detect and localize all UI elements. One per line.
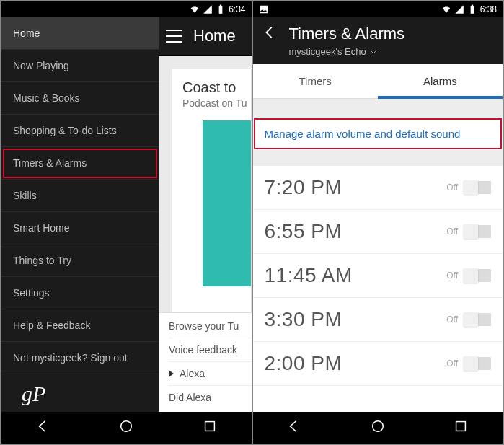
footer-voice: Voice feedback xyxy=(169,338,252,362)
alarm-state: Off xyxy=(446,358,458,369)
card-subtitle: Podcast on Tu xyxy=(182,97,251,109)
footer-voice-label: Voice feedback xyxy=(169,344,237,356)
sidebar-item-label: Help & Feedback xyxy=(13,320,90,331)
sidebar-item-skills[interactable]: Skills xyxy=(1,180,159,212)
manage-alarm-label: Manage alarm volume and default sound xyxy=(265,128,461,140)
alarm-time: 2:00 PM xyxy=(265,352,447,375)
svg-rect-6 xyxy=(471,5,472,6)
sidebar: Home Now Playing Music & Books Shopping … xyxy=(1,17,159,412)
phone-right: 6:38 Timers & Alarms mysticgeek's Echo T… xyxy=(253,1,503,444)
sidebar-item-timers-alarms[interactable]: Timers & Alarms xyxy=(1,147,159,180)
tabs: Timers Alarms xyxy=(253,64,503,99)
sidebar-item-shopping[interactable]: Shopping & To-do Lists xyxy=(1,115,159,147)
title-bar: Timers & Alarms mysticgeek's Echo xyxy=(253,17,503,64)
nav-back-icon[interactable] xyxy=(286,418,302,437)
alarm-row[interactable]: 7:20 PM Off xyxy=(253,166,503,210)
footer-alexa[interactable]: Alexa xyxy=(169,362,252,386)
phone-left: 6:34 Home Now Playing Music & Books Shop… xyxy=(1,1,252,444)
alarm-toggle[interactable] xyxy=(464,357,491,370)
device-name: mysticgeek's Echo xyxy=(289,46,366,57)
sidebar-item-label: Skills xyxy=(13,190,37,201)
alarm-state: Off xyxy=(446,182,458,193)
spacer xyxy=(253,150,503,166)
nav-bar xyxy=(253,412,503,444)
sidebar-item-music-books[interactable]: Music & Books xyxy=(1,82,159,115)
wifi-icon xyxy=(190,4,200,14)
svg-rect-3 xyxy=(205,422,214,431)
alarm-row[interactable]: 2:00 PM Off xyxy=(253,342,503,386)
sidebar-item-home[interactable]: Home xyxy=(1,17,159,50)
footer-did-alexa: Did Alexa xyxy=(169,386,252,409)
status-time: 6:38 xyxy=(480,4,497,14)
sidebar-item-settings[interactable]: Settings xyxy=(1,277,159,309)
tab-timers[interactable]: Timers xyxy=(253,64,378,98)
sidebar-item-label: Things to Try xyxy=(13,255,71,266)
header-title: Home xyxy=(193,27,236,45)
sidebar-item-now-playing[interactable]: Now Playing xyxy=(1,50,159,82)
footer-browse[interactable]: Browse your Tu xyxy=(169,320,252,338)
watermark-logo: gP xyxy=(22,382,45,406)
alarm-toggle[interactable] xyxy=(464,181,491,194)
svg-point-2 xyxy=(121,421,132,432)
notification-icon xyxy=(259,4,269,14)
svg-point-7 xyxy=(372,421,383,432)
alarm-state: Off xyxy=(446,226,458,237)
footer-did-label: Did Alexa xyxy=(169,392,211,403)
sidebar-item-signout[interactable]: Not mysticgeek? Sign out xyxy=(1,342,159,374)
svg-rect-0 xyxy=(219,6,223,13)
alarm-row[interactable]: 6:55 PM Off xyxy=(253,210,503,254)
alarm-time: 6:55 PM xyxy=(265,220,447,243)
play-icon xyxy=(169,370,174,377)
sidebar-item-label: Shopping & To-do Lists xyxy=(13,125,117,136)
sidebar-item-label: Now Playing xyxy=(13,60,69,71)
card-artwork xyxy=(203,120,251,286)
manage-alarm-link[interactable]: Manage alarm volume and default sound xyxy=(253,118,503,150)
spacer xyxy=(253,99,503,118)
status-time: 6:34 xyxy=(229,4,245,14)
content-peek: Home Coast to Podcast on Tu Browse your … xyxy=(159,17,252,412)
sidebar-item-label: Settings xyxy=(13,287,50,299)
content-card[interactable]: Coast to Podcast on Tu xyxy=(172,69,252,312)
alarm-toggle[interactable] xyxy=(464,225,491,238)
page-title: Timers & Alarms xyxy=(289,25,405,43)
alarm-row[interactable]: 3:30 PM Off xyxy=(253,298,503,342)
device-selector[interactable]: mysticgeek's Echo xyxy=(289,46,495,57)
sidebar-item-label: Not mysticgeek? Sign out xyxy=(13,352,128,364)
battery-icon xyxy=(467,4,477,14)
wifi-icon xyxy=(441,4,451,14)
nav-home-icon[interactable] xyxy=(370,418,386,437)
nav-back-icon[interactable] xyxy=(35,418,51,437)
alarm-time: 7:20 PM xyxy=(265,176,447,199)
sidebar-item-label: Music & Books xyxy=(13,92,80,104)
svg-rect-8 xyxy=(456,422,466,431)
sidebar-item-label: Timers & Alarms xyxy=(13,157,87,169)
sidebar-item-help[interactable]: Help & Feedback xyxy=(1,309,159,342)
alarm-toggle[interactable] xyxy=(464,269,491,282)
footer-alexa-label: Alexa xyxy=(180,368,205,379)
hamburger-icon[interactable] xyxy=(166,30,182,43)
sidebar-item-smart-home[interactable]: Smart Home xyxy=(1,212,159,244)
signal-icon xyxy=(203,4,213,14)
sidebar-item-things-to-try[interactable]: Things to Try xyxy=(1,244,159,277)
nav-home-icon[interactable] xyxy=(118,418,134,437)
nav-bar xyxy=(1,412,252,444)
card-title: Coast to xyxy=(182,79,251,96)
svg-rect-1 xyxy=(220,5,221,6)
tab-label: Alarms xyxy=(423,75,457,87)
content-footer: Browse your Tu Voice feedback Alexa Did … xyxy=(159,312,252,412)
alarm-time: 11:45 AM xyxy=(265,264,447,287)
tab-label: Timers xyxy=(299,75,331,87)
nav-recent-icon[interactable] xyxy=(453,418,469,437)
chevron-down-icon xyxy=(369,48,378,56)
status-bar: 6:34 xyxy=(1,1,252,17)
alarm-time: 3:30 PM xyxy=(265,308,447,331)
alarm-row[interactable]: 11:45 AM Off xyxy=(253,254,503,298)
back-icon[interactable] xyxy=(262,25,278,43)
app-header: Home xyxy=(159,17,252,56)
battery-icon xyxy=(216,4,226,14)
tab-alarms[interactable]: Alarms xyxy=(378,64,503,98)
nav-recent-icon[interactable] xyxy=(202,418,218,437)
alarm-toggle[interactable] xyxy=(464,313,491,326)
signal-icon xyxy=(454,4,464,14)
alarm-state: Off xyxy=(446,270,458,281)
